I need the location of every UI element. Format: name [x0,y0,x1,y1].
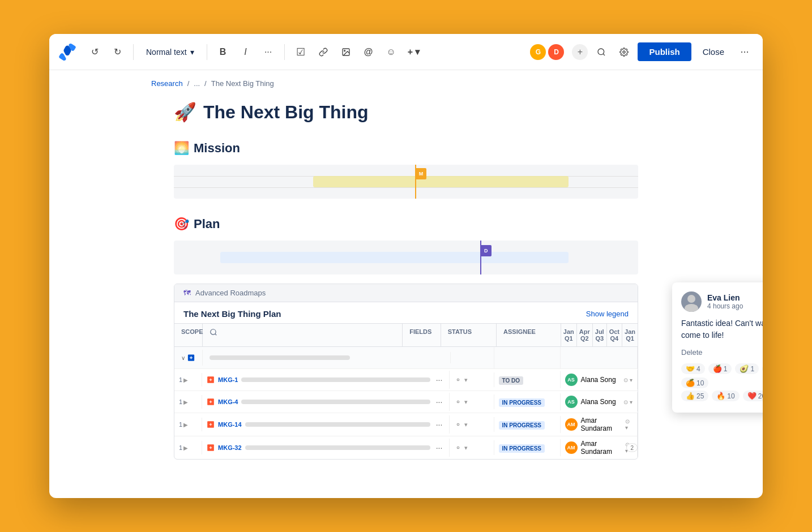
comment-time: 4 hours ago [707,302,743,310]
reaction-heart[interactable]: ❤️ 20 [743,391,763,401]
row4-menu-button[interactable]: ··· [434,442,445,453]
row2-scope-num: 1 ▶ [174,395,202,409]
plan-text: Plan [194,217,220,231]
checkbox-button[interactable]: ☑ [292,43,310,61]
row4-scope-num: 1 ▶ [174,441,202,454]
roadmap-section: 🗺 Advanced Roadmaps The Next Big Thing P… [174,284,638,460]
row3-status-badge: IN PROGRESS [499,421,545,430]
reaction-shocked[interactable]: 😱 2 [762,363,763,374]
row1-scope-cell: MKG-1 ··· [202,371,450,389]
reaction-row-2: 👍 25 🔥 10 ❤️ 20 ↩ [681,391,763,401]
row2-gantt-arrow: ← [638,397,638,406]
row3-issue-key[interactable]: MKG-14 [218,421,242,428]
show-legend-button[interactable]: Show legend [586,310,629,318]
breadcrumb-ellipsis: ... [194,79,200,88]
parent-fields [451,347,495,368]
image-button[interactable] [337,43,355,61]
toolbar-right: G D + Publish Close ··· [529,42,754,61]
add-collaborator-button[interactable]: + [572,44,588,60]
row3-menu-button[interactable]: ··· [434,419,445,430]
reaction-handshake-count: 4 [696,365,700,373]
reaction-avocado[interactable]: 🥑 1 [735,363,759,374]
row4-issue-key[interactable]: MKG-32 [218,444,242,451]
breadcrumb-sep-1: / [187,79,190,88]
reaction-orange-count: 10 [696,379,704,387]
comment-author-row: Eva Lien 4 hours ago [681,291,763,312]
bold-button[interactable]: B [214,43,232,61]
q5-header: Jan Q1 [622,324,638,346]
parent-status [494,347,561,368]
breadcrumb-research[interactable]: Research [151,79,183,88]
breadcrumb-current: The Next Big Thing [211,79,274,88]
row3-assignee-name: Amar Sundaram [581,417,622,432]
reaction-fire-emoji: 🔥 [716,392,725,400]
breadcrumb: Research / ... / The Next Big Thing [151,70,661,101]
row1-menu-button[interactable]: ··· [434,374,445,385]
gantt-quarter-headers: Jan Q1 Apr Q2 Jul Q3 Oct Q4 Jan Q1 [561,324,638,346]
comment-popup: Eva Lien 4 hours ago Fantastic idea! Can… [672,282,763,413]
undo-button[interactable]: ↺ [86,43,104,61]
row2-issue-key[interactable]: MKG-4 [218,398,238,405]
reaction-apple[interactable]: 🍎 1 [708,363,732,374]
link-button[interactable] [314,43,332,61]
svg-point-13 [458,423,460,426]
row2-assignee-name: Alana Song [581,398,616,406]
reaction-avocado-emoji: 🥑 [740,364,749,373]
mission-gantt-bar [313,176,569,187]
overflow-menu-button[interactable]: ··· [736,43,754,61]
q4-header: Oct Q4 [607,324,622,346]
row3-scope-cell: MKG-14 ··· [202,415,450,434]
row1-issue-key[interactable]: MKG-1 [218,376,238,383]
page-settings-button[interactable] [615,43,633,61]
row2-scope-cell: MKG-4 ··· [202,393,450,411]
row1-avatar: AS [565,374,578,386]
plan-gantt-bar [220,252,569,263]
roadmap-header-bar: 🗺 Advanced Roadmaps [174,284,638,302]
row2-menu-button[interactable]: ··· [434,396,445,407]
comment-text: Fantastic idea! Can't wait to see this c… [681,318,763,341]
confluence-logo[interactable] [58,43,76,61]
chevron-down-icon: ▾ [190,48,194,57]
roadmap-plan-title: The Next Big Thing Plan [183,309,281,319]
reaction-apple-emoji: 🍎 [713,364,722,373]
toolbar: ↺ ↻ Normal text ▾ B I ··· ☑ @ ☺ + ▾ G D … [49,34,763,70]
assignee-col-header: Assignee [497,324,561,346]
roadmap-header-label: Advanced Roadmaps [195,289,266,297]
reaction-orange[interactable]: 🍊 10 [681,377,708,388]
text-style-button[interactable]: Normal text ▾ [140,45,200,59]
comment-author-info: Eva Lien 4 hours ago [707,293,743,310]
row4-assignee-name: Amar Sundaram [581,440,622,456]
svg-point-5 [211,329,216,334]
italic-button[interactable]: I [237,43,255,61]
svg-point-17 [685,304,698,312]
mention-button[interactable]: @ [360,43,378,61]
reaction-avocado-count: 1 [750,365,754,373]
text-style-label: Normal text [146,48,187,57]
redo-button[interactable]: ↻ [108,43,126,61]
insert-button[interactable]: + ▾ [405,43,423,61]
reaction-fire[interactable]: 🔥 10 [712,391,739,401]
search-button[interactable] [592,43,610,61]
parent-row-scope [203,352,451,363]
divider-2 [207,44,207,60]
svg-point-1 [344,50,345,51]
comment-delete-button[interactable]: Delete [681,348,763,357]
row3-settings: ▾ [450,417,494,432]
row4-status-badge: IN PROGRESS [499,444,545,453]
parent-row-toggle[interactable]: ∨ [174,350,203,366]
row1-status: TO DO [494,371,561,388]
row3-gantt-arrow: ← [638,420,638,429]
reaction-thumbsup-emoji: 👍 [686,392,695,400]
emoji-button[interactable]: ☺ [382,43,400,61]
publish-button[interactable]: Publish [638,42,691,61]
close-button[interactable]: Close [696,42,731,61]
q2-header: Apr Q2 [577,324,593,346]
plan-emoji: 🎯 [174,217,189,231]
plan-heading: 🎯 Plan [174,217,638,231]
more-format-button[interactable]: ··· [259,43,277,61]
reaction-handshake[interactable]: 🤝 4 [681,363,705,374]
reaction-thumbsup[interactable]: 👍 25 [681,391,708,401]
mission-gantt-chart: M [174,165,638,199]
reaction-heart-count: 20 [758,392,763,400]
plan-gantt-chart: D [174,241,638,274]
